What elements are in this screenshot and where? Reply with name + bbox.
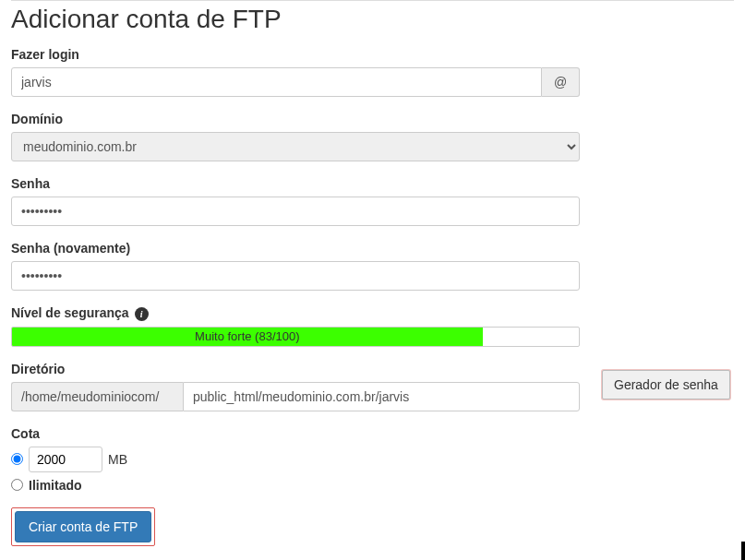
ftp-form: Fazer login @ Domínio meudominio.com.br … [11,47,580,546]
strength-fill: Muito forte (83/100) [12,328,483,346]
submit-highlight: Criar conta de FTP [11,507,155,546]
strength-label: Nível de segurança i [11,305,580,321]
password-confirm-label: Senha (novamente) [11,241,580,256]
login-input[interactable] [11,67,542,97]
password-label: Senha [11,176,580,191]
domain-select[interactable]: meudominio.com.br [11,132,580,161]
info-icon[interactable]: i [135,307,149,321]
password-input[interactable] [11,197,580,226]
create-ftp-button[interactable]: Criar conta de FTP [15,511,151,542]
directory-prefix: /home/meudominiocom/ [11,382,183,411]
domain-label: Domínio [11,112,580,126]
quota-unit: MB [108,452,127,467]
directory-label: Diretório [11,362,580,376]
login-label: Fazer login [11,47,580,62]
strength-bar: Muito forte (83/100) [11,327,580,347]
quota-unlimited-radio[interactable] [11,479,23,491]
password-confirm-input[interactable] [11,261,580,291]
directory-input[interactable] [183,382,580,411]
quota-input[interactable] [29,447,102,472]
quota-limited-radio[interactable] [11,453,23,465]
page-title: Adicionar conta de FTP [11,0,734,34]
password-generator-button[interactable]: Gerador de senha [602,370,730,399]
at-suffix: @ [542,67,580,97]
text-cursor [741,542,745,546]
quota-unlimited-label: Ilimitado [29,478,82,493]
quota-label: Cota [11,426,580,441]
